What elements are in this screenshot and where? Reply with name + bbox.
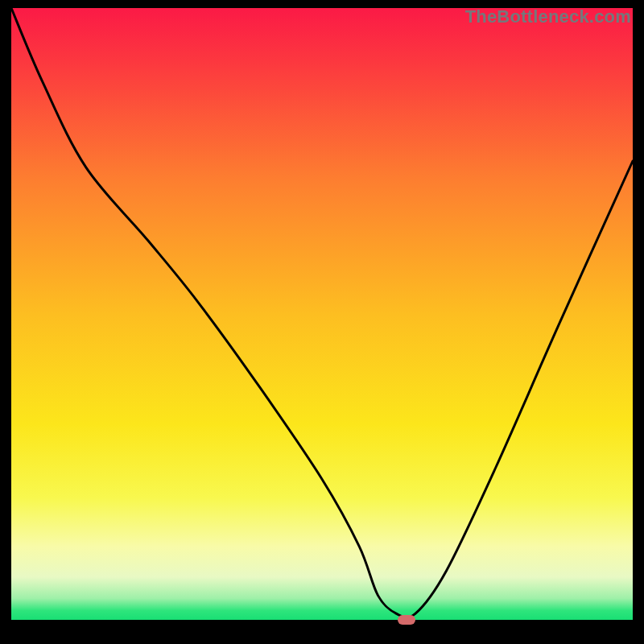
bottleneck-curve — [11, 8, 633, 620]
plot-area — [8, 8, 636, 626]
optimal-marker — [398, 615, 415, 625]
watermark-text: TheBottleneck.com — [465, 6, 631, 27]
chart-frame: TheBottleneck.com — [8, 8, 636, 636]
